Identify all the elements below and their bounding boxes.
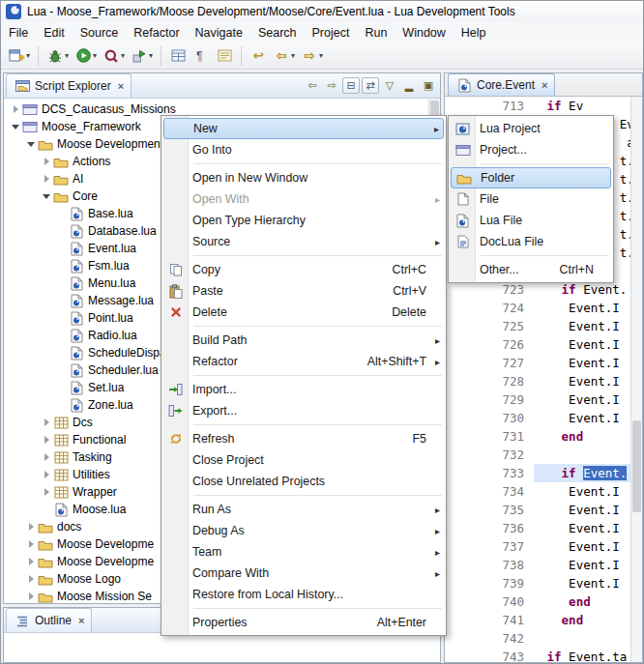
line-number[interactable]: 736 bbox=[445, 519, 534, 537]
menu-item-refactor[interactable]: RefactorAlt+Shift+T▸ bbox=[163, 351, 444, 372]
menu-item-source[interactable]: Source▸ bbox=[163, 231, 444, 252]
line-number[interactable]: 729 bbox=[445, 390, 534, 409]
minimize-icon[interactable]: ▂ bbox=[400, 77, 418, 94]
menu-item-paste[interactable]: PasteCtrl+V bbox=[163, 280, 444, 302]
forward-button[interactable]: ⇨▾ bbox=[299, 46, 325, 65]
code-line-735[interactable]: 735 Event.I bbox=[445, 501, 630, 519]
line-number[interactable]: 732 bbox=[445, 446, 534, 464]
code-line-738[interactable]: 738 Event.I bbox=[445, 556, 630, 574]
line-number[interactable]: 741 bbox=[445, 611, 534, 629]
line-number[interactable]: 726 bbox=[445, 335, 534, 354]
editor-scrollbar[interactable] bbox=[630, 97, 642, 662]
tab-core-event[interactable]: Core.Event × bbox=[448, 73, 555, 96]
external-tools-button[interactable]: ▾ bbox=[129, 47, 155, 65]
code-line-729[interactable]: 729 Event.I bbox=[445, 390, 630, 409]
menu-refactor[interactable]: Refactor bbox=[126, 24, 187, 42]
menu-item-build-path[interactable]: Build Path▸ bbox=[163, 330, 444, 351]
code-line-732[interactable]: 732 bbox=[445, 446, 630, 464]
submenu-item-file[interactable]: File bbox=[451, 188, 611, 210]
debug-button[interactable]: ▾ bbox=[44, 47, 71, 65]
tab-script-explorer[interactable]: Script Explorer × bbox=[6, 73, 132, 98]
collapse-all-icon[interactable]: ⊟ bbox=[342, 77, 360, 94]
occurrences-button[interactable] bbox=[214, 47, 235, 64]
menu-run[interactable]: Run bbox=[357, 24, 395, 42]
code-line-734[interactable]: 734 Event.I bbox=[445, 482, 630, 501]
menu-item-close-unrelated-projects[interactable]: Close Unrelated Projects bbox=[163, 471, 444, 492]
menu-item-run-as[interactable]: Run As▸ bbox=[163, 499, 444, 520]
line-number[interactable]: 731 bbox=[445, 427, 534, 446]
collapsed-arrow-icon[interactable] bbox=[10, 105, 21, 113]
new-wizard-button[interactable]: ▾ bbox=[6, 46, 32, 65]
collapsed-arrow-icon[interactable] bbox=[41, 471, 52, 478]
collapsed-arrow-icon[interactable] bbox=[41, 436, 52, 444]
line-number[interactable]: 725 bbox=[445, 317, 534, 335]
code-line-733[interactable]: 733 if Event. bbox=[445, 464, 630, 482]
menu-item-delete[interactable]: DeleteDelete bbox=[163, 302, 444, 323]
link-with-editor-icon[interactable]: ⇄ bbox=[362, 77, 379, 94]
code-line-743[interactable]: 743 if Event.ta bbox=[445, 648, 630, 662]
menu-source[interactable]: Source bbox=[73, 24, 127, 42]
table-button[interactable] bbox=[167, 47, 189, 64]
profile-button[interactable]: ▾ bbox=[101, 47, 127, 65]
menu-item-team[interactable]: Team▸ bbox=[163, 541, 444, 563]
line-number[interactable]: 739 bbox=[445, 574, 534, 592]
code-line-740[interactable]: 740 end bbox=[445, 592, 630, 611]
line-number[interactable]: 742 bbox=[445, 629, 534, 648]
line-number[interactable]: 738 bbox=[445, 556, 534, 574]
menu-item-restore-from-local-history[interactable]: Restore from Local History... bbox=[163, 584, 444, 605]
line-number[interactable]: 724 bbox=[445, 299, 534, 317]
collapsed-arrow-icon[interactable] bbox=[25, 592, 37, 600]
collapsed-arrow-icon[interactable] bbox=[25, 558, 37, 565]
last-edit-button[interactable]: ↩ bbox=[248, 46, 269, 65]
code-line-713[interactable]: 713 if Ev bbox=[445, 97, 630, 115]
collapsed-arrow-icon[interactable] bbox=[25, 540, 37, 548]
menu-item-export[interactable]: Export... bbox=[163, 400, 444, 421]
line-number[interactable]: 728 bbox=[445, 372, 534, 390]
expanded-arrow-icon[interactable] bbox=[10, 125, 21, 130]
menu-item-properties[interactable]: PropertiesAlt+Enter bbox=[163, 612, 444, 633]
back-icon[interactable]: ⇦ bbox=[304, 77, 321, 94]
submenu-item-doclua-file[interactable]: DocLua File bbox=[451, 231, 611, 252]
code-line-725[interactable]: 725 Event.I bbox=[445, 317, 630, 335]
collapsed-arrow-icon[interactable] bbox=[41, 158, 52, 165]
close-icon[interactable]: × bbox=[78, 615, 84, 626]
menu-item-open-type-hierarchy[interactable]: Open Type Hierarchy bbox=[163, 210, 444, 231]
menu-item-open-in-new-window[interactable]: Open in New Window bbox=[163, 167, 444, 188]
menu-window[interactable]: Window bbox=[395, 24, 453, 42]
submenu-item-project[interactable]: Project... bbox=[451, 139, 611, 160]
submenu-item-lua-file[interactable]: Lua File bbox=[451, 210, 611, 231]
menu-search[interactable]: Search bbox=[250, 24, 305, 42]
line-number[interactable]: 733 bbox=[445, 464, 534, 482]
collapsed-arrow-icon[interactable] bbox=[25, 523, 37, 531]
menu-item-refresh[interactable]: RefreshF5 bbox=[163, 428, 444, 449]
menu-navigate[interactable]: Navigate bbox=[188, 24, 250, 42]
code-line-724[interactable]: 724 Event.I bbox=[445, 299, 630, 317]
collapsed-arrow-icon[interactable] bbox=[25, 575, 37, 583]
submenu-item-lua-project[interactable]: Lua Project bbox=[451, 118, 611, 139]
code-line-741[interactable]: 741 end bbox=[445, 611, 630, 629]
line-number[interactable]: 743 bbox=[445, 648, 534, 662]
code-line-730[interactable]: 730 Event.I bbox=[445, 409, 630, 427]
collapsed-arrow-icon[interactable] bbox=[41, 488, 52, 496]
close-icon[interactable]: × bbox=[542, 79, 547, 91]
line-number[interactable]: 737 bbox=[445, 537, 534, 556]
code-line-731[interactable]: 731 end bbox=[445, 427, 630, 446]
code-line-726[interactable]: 726 Event.I bbox=[445, 335, 630, 354]
line-number[interactable]: 740 bbox=[445, 592, 534, 611]
line-number[interactable]: 713 bbox=[445, 97, 534, 115]
menu-edit[interactable]: Edit bbox=[36, 24, 73, 42]
code-line-728[interactable]: 728 Event.I bbox=[445, 372, 630, 390]
collapsed-arrow-icon[interactable] bbox=[41, 175, 52, 183]
menu-help[interactable]: Help bbox=[454, 24, 494, 42]
line-number[interactable]: 730 bbox=[445, 409, 534, 427]
run-button[interactable]: ▾ bbox=[73, 46, 99, 65]
menu-item-import[interactable]: Import... bbox=[163, 379, 444, 400]
code-line-737[interactable]: 737 Event.I bbox=[445, 537, 630, 556]
menu-item-new[interactable]: New▸ bbox=[163, 118, 444, 139]
close-icon[interactable]: × bbox=[118, 80, 124, 92]
menu-item-copy[interactable]: CopyCtrl+C bbox=[163, 259, 444, 280]
submenu-item-folder[interactable]: Folder bbox=[451, 167, 611, 188]
expanded-arrow-icon[interactable] bbox=[41, 194, 52, 199]
collapsed-arrow-icon[interactable] bbox=[41, 453, 52, 461]
view-menu-icon[interactable]: ▽ bbox=[381, 77, 398, 94]
